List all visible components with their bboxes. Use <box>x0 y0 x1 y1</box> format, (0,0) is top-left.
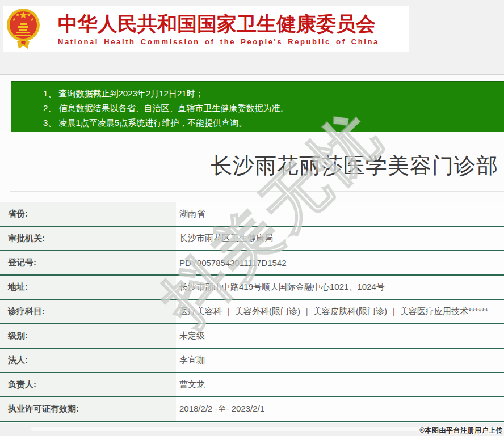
copyright-watermark: ©本图由平台注册用户上传 <box>419 426 503 435</box>
table-row: 法人: 李宜珈 <box>0 349 504 373</box>
row-label: 执业许可证有效期: <box>0 397 176 421</box>
page: 中华人民共和国国家卫生健康委员会 National Health Commiss… <box>0 0 504 436</box>
row-value: PDY00578543011117D1542 <box>176 251 504 274</box>
row-label: 省份: <box>0 202 176 226</box>
org-name-en: National Health Commission of the People… <box>58 37 379 46</box>
content-area: 长沙雨花丽莎医学美容门诊部 省份: 湖南省 审批机关: 长沙市雨花区卫生健康局 … <box>0 132 504 423</box>
row-label: 级别: <box>0 324 176 348</box>
row-value: 李宜珈 <box>176 349 504 372</box>
table-row: 审批机关: 长沙市雨花区卫生健康局 <box>0 227 504 251</box>
row-value: 长沙市韶山中路419号顺天国际金融中心1021、1024号 <box>176 276 504 299</box>
table-row: 级别: 未定级 <box>0 324 504 349</box>
table-row: 登记号: PDY00578543011117D1542 <box>0 251 504 276</box>
page-title: 长沙雨花丽莎医学美容门诊部 <box>211 151 498 180</box>
notice-banner: 1、 查询数据截止到2023年2月12日21时； 2、 信息数据结果以各省、自治… <box>11 81 504 132</box>
section-divider <box>10 191 504 192</box>
table-row: 省份: 湖南省 <box>0 202 504 227</box>
top-zone: 中华人民共和国国家卫生健康委员会 National Health Commiss… <box>0 0 504 75</box>
header-text: 中华人民共和国国家卫生健康委员会 National Health Commiss… <box>58 12 379 46</box>
row-value: 未定级 <box>176 324 504 348</box>
table-row: 执业许可证有效期: 2018/2/2 -至- 2023/2/1 <box>0 397 504 422</box>
row-label: 地址: <box>0 276 176 299</box>
row-label: 诊疗科目: <box>0 300 176 323</box>
table-row: 负责人: 曹文龙 <box>0 373 504 397</box>
row-label: 审批机关: <box>0 227 176 250</box>
row-value: 2018/2/2 -至- 2023/2/1 <box>176 397 504 421</box>
footer-strip: ©本图由平台注册用户上传 <box>0 423 504 436</box>
table-row: 地址: 长沙市韶山中路419号顺天国际金融中心1021、1024号 <box>0 276 504 300</box>
org-name-zh: 中华人民共和国国家卫生健康委员会 <box>58 12 379 35</box>
row-label: 登记号: <box>0 251 176 274</box>
notice-line-3: 3、 凌晨1点至凌晨5点系统进行维护，不能提供查询。 <box>43 116 504 130</box>
info-table: 省份: 湖南省 审批机关: 长沙市雨花区卫生健康局 登记号: PDY005785… <box>0 202 504 422</box>
national-emblem-icon <box>6 6 41 52</box>
row-label: 负责人: <box>0 373 176 396</box>
row-value: 医疗美容科 ｜ 美容外科(限门诊) ｜ 美容皮肤科(限门诊) ｜ 美容医疗应用技… <box>176 300 504 323</box>
row-value: 湖南省 <box>176 202 504 226</box>
table-row: 诊疗科目: 医疗美容科 ｜ 美容外科(限门诊) ｜ 美容皮肤科(限门诊) ｜ 美… <box>0 300 504 324</box>
site-header: 中华人民共和国国家卫生健康委员会 National Health Commiss… <box>3 6 409 52</box>
notice-line-1: 1、 查询数据截止到2023年2月12日21时； <box>43 86 504 101</box>
row-value: 长沙市雨花区卫生健康局 <box>176 227 504 250</box>
row-label: 法人: <box>0 349 176 372</box>
notice-line-2: 2、 信息数据结果以各省、自治区、直辖市卫生健康委数据为准。 <box>43 101 504 116</box>
row-value: 曹文龙 <box>176 373 504 396</box>
